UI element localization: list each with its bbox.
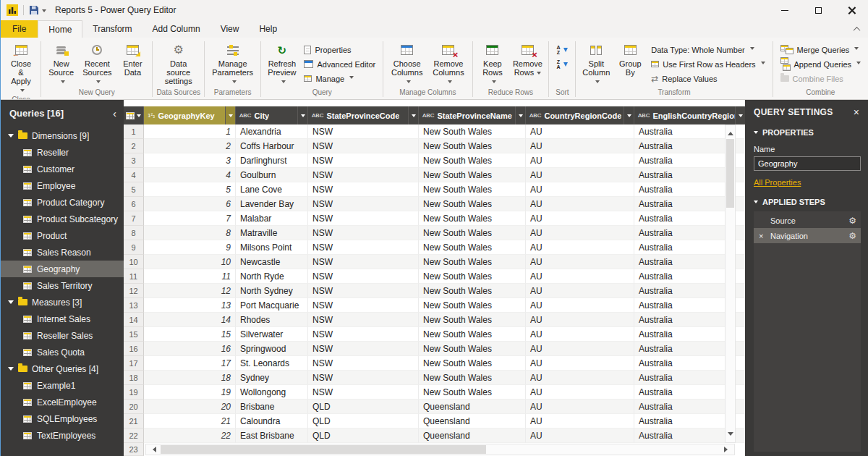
table-cell[interactable]: Queensland — [419, 428, 526, 443]
table-cell[interactable]: NSW — [308, 269, 419, 284]
table-cell[interactable]: 18 — [144, 371, 236, 385]
refresh-preview-button[interactable]: ↻ Refresh Preview — [265, 40, 299, 87]
table-cell[interactable]: 22 — [144, 428, 236, 443]
table-cell[interactable]: Goulburn — [236, 168, 308, 182]
row-number[interactable]: 4 — [124, 168, 144, 182]
table-cell[interactable]: Malabar — [236, 211, 308, 226]
column-filter-button[interactable] — [515, 106, 525, 124]
select-all-columns-button[interactable] — [124, 106, 144, 124]
row-number[interactable]: 1 — [124, 124, 144, 139]
table-cell[interactable]: NSW — [308, 124, 419, 139]
query-list-item[interactable]: Sales Quota — [1, 344, 124, 360]
ribbon-tab[interactable]: Help — [249, 20, 287, 38]
table-cell[interactable]: New South Wales — [419, 211, 526, 226]
table-cell[interactable]: 11 — [144, 269, 236, 284]
table-cell[interactable]: NSW — [308, 139, 419, 153]
maximize-button[interactable] — [801, 0, 835, 20]
close-window-button[interactable] — [835, 0, 868, 20]
row-number[interactable]: 7 — [124, 211, 144, 226]
column-header[interactable]: ABC City — [236, 106, 308, 124]
sort-descending-button[interactable]: Z A — [553, 57, 571, 71]
table-cell[interactable]: NSW — [308, 255, 419, 269]
row-number[interactable]: 14 — [124, 313, 144, 327]
query-list-item[interactable]: SQLEmployees — [1, 410, 124, 427]
table-cell[interactable]: NSW — [308, 371, 419, 385]
table-cell[interactable]: NSW — [308, 284, 419, 298]
table-cell[interactable]: Lane Cove — [236, 182, 308, 197]
query-list-item[interactable]: ExcelEmployee — [1, 394, 124, 410]
table-cell[interactable]: Caloundra — [236, 414, 308, 428]
new-source-button[interactable]: New Source — [45, 40, 77, 87]
recent-sources-button[interactable]: Recent Sources — [79, 40, 115, 87]
table-cell[interactable]: AU — [526, 400, 634, 414]
table-cell[interactable]: 15 — [144, 327, 236, 342]
table-cell[interactable]: AU — [526, 284, 634, 298]
table-cell[interactable]: AU — [526, 255, 634, 269]
table-cell[interactable]: NSW — [308, 226, 419, 240]
table-cell[interactable]: QLD — [308, 400, 419, 414]
toolbar-options-caret-icon[interactable] — [42, 9, 46, 14]
table-cell[interactable]: New South Wales — [419, 327, 526, 342]
table-cell[interactable]: 13 — [144, 298, 236, 313]
data-type-button[interactable]: Data Type: Whole Number — [647, 43, 768, 56]
replace-values-button[interactable]: ⇄ Replace Values — [647, 72, 768, 85]
table-cell[interactable]: NSW — [308, 153, 419, 168]
table-cell[interactable]: NSW — [308, 182, 419, 197]
row-number[interactable]: 6 — [124, 197, 144, 211]
minimize-button[interactable] — [768, 0, 801, 20]
column-filter-button[interactable] — [225, 106, 235, 124]
query-name-input[interactable] — [754, 156, 861, 171]
table-cell[interactable]: AU — [526, 240, 634, 255]
row-number[interactable]: 8 — [124, 226, 144, 240]
table-cell[interactable]: New South Wales — [419, 356, 526, 371]
vertical-scrollbar[interactable] — [725, 124, 736, 443]
data-source-settings-button[interactable]: ⚙ Data source settings — [156, 40, 200, 87]
table-cell[interactable]: New South Wales — [419, 284, 526, 298]
horizontal-scroll-thumb[interactable] — [161, 445, 486, 454]
table-cell[interactable]: AU — [526, 371, 634, 385]
collapse-pane-icon[interactable]: ‹ — [113, 109, 116, 118]
table-cell[interactable]: 20 — [144, 400, 236, 414]
row-number[interactable]: 21 — [124, 414, 144, 428]
table-cell[interactable]: New South Wales — [419, 342, 526, 356]
table-cell[interactable]: Lavender Bay — [236, 197, 308, 211]
table-cell[interactable]: Queensland — [419, 400, 526, 414]
table-cell[interactable]: Silverwater — [236, 327, 308, 342]
table-cell[interactable]: QLD — [308, 414, 419, 428]
row-number[interactable]: 13 — [124, 298, 144, 313]
close-and-apply-button[interactable]: Close & Apply — [5, 40, 37, 94]
table-cell[interactable]: New South Wales — [419, 385, 526, 400]
group-by-button[interactable]: Group By — [614, 40, 646, 87]
query-group-header[interactable]: Measures [3] — [1, 294, 124, 311]
table-cell[interactable]: NSW — [308, 240, 419, 255]
row-number[interactable]: 9 — [124, 240, 144, 255]
table-cell[interactable]: 1 — [144, 124, 236, 139]
table-cell[interactable]: 6 — [144, 197, 236, 211]
row-number[interactable]: 16 — [124, 342, 144, 356]
query-list-item[interactable]: Reseller Sales — [1, 327, 124, 344]
ribbon-tab[interactable]: Transform — [82, 20, 142, 38]
row-number[interactable]: 11 — [124, 269, 144, 284]
advanced-editor-button[interactable]: Advanced Editor — [300, 57, 379, 71]
ribbon-tab[interactable]: File — [1, 20, 38, 38]
scroll-right-icon[interactable] — [724, 447, 731, 452]
row-number[interactable]: 10 — [124, 255, 144, 269]
remove-rows-button[interactable]: Remove Rows — [510, 40, 545, 87]
table-cell[interactable]: AU — [526, 124, 634, 139]
table-cell[interactable]: 16 — [144, 342, 236, 356]
query-list-item[interactable]: Customer — [1, 161, 124, 177]
query-list-item[interactable]: Example1 — [1, 377, 124, 394]
table-cell[interactable]: New South Wales — [419, 298, 526, 313]
table-cell[interactable]: AU — [526, 182, 634, 197]
table-cell[interactable]: 7 — [144, 211, 236, 226]
table-cell[interactable]: Matraville — [236, 226, 308, 240]
table-cell[interactable]: 14 — [144, 313, 236, 327]
table-cell[interactable]: NSW — [308, 327, 419, 342]
manage-parameters-button[interactable]: Manage Parameters — [208, 40, 257, 87]
table-cell[interactable]: Springwood — [236, 342, 308, 356]
column-header[interactable]: ABC StateProvinceName — [419, 106, 526, 124]
table-cell[interactable]: AU — [526, 197, 634, 211]
column-filter-button[interactable] — [408, 106, 418, 124]
table-cell[interactable]: 17 — [144, 356, 236, 371]
table-cell[interactable]: Port Macquarie — [236, 298, 308, 313]
